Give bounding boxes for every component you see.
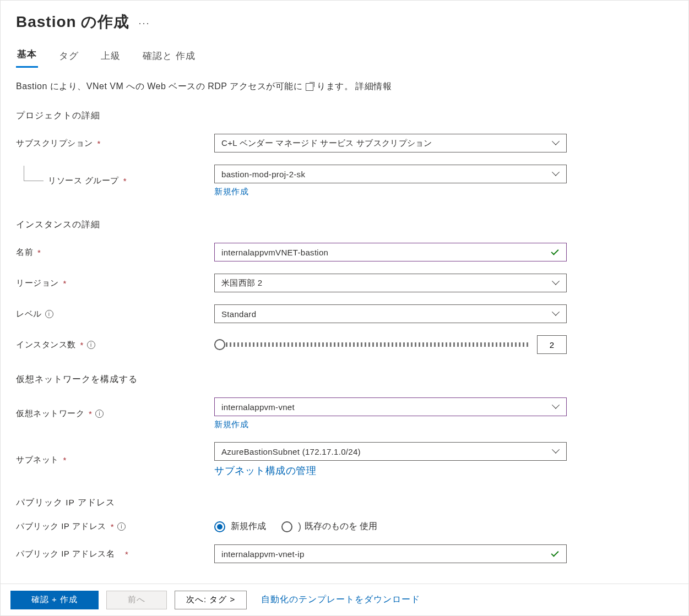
tab-review-suffix: 作成 [176,51,196,61]
previous-button: 前へ [106,591,167,609]
label-instance-count: インスタンス数 * i [16,340,214,350]
resource-group-value: bastion-mod-proj-2-sk [221,170,305,179]
required-icon: * [123,176,127,186]
footer-bar: 確認 + 作成 前へ 次へ: タグ > 自動化のテンプレートをダウンロード [1,584,688,615]
tier-select[interactable]: Standard [214,304,567,323]
label-public-ip: パブリック IP アドレス * i [16,521,214,532]
label-subscription-text: サブスクリプション [16,138,93,149]
required-icon: * [80,340,84,350]
vnet-value: internalappvm-vnet [221,402,295,412]
label-region: リージョン* [16,278,214,288]
intro-after: ります。 [317,81,353,92]
public-ip-name-input[interactable]: internalappvm-vnet-ip [214,544,567,563]
public-ip-name-value: internalappvm-vnet-ip [221,549,305,559]
region-value: 米国西部 2 [221,278,262,288]
next-button[interactable]: 次へ: タグ > [175,591,247,609]
instance-count-input[interactable] [537,335,567,354]
label-public-ip-name: パブリック IP アドレス名 * [16,549,214,559]
chevron-down-icon [553,402,560,409]
section-instance-details: インスタンスの詳細 [16,219,673,231]
learn-more-link[interactable]: 詳細情報 [355,81,392,92]
label-region-text: リージョン [16,278,59,288]
slider-thumb[interactable] [214,339,225,350]
region-select[interactable]: 米国西部 2 [214,274,567,292]
label-instance-count-text: インスタンス数 [16,340,76,350]
radio-new-label: 新規作成 [231,521,266,532]
public-ip-radio-group: 新規作成 ) 既存のものを 使用 [214,521,567,532]
tab-bar: 基本 タグ 上級 確認と 作成 [16,48,673,68]
tab-advanced[interactable]: 上級 [100,50,122,68]
label-name: 名前 * [16,247,214,258]
instance-count-slider[interactable] [214,342,529,347]
label-vnet: 仮想ネットワーク * i [16,408,214,419]
label-tier: レベル i [16,309,214,319]
intro-text: Bastion により、VNet VM への Web ベースの RDP アクセス… [16,81,392,92]
required-icon: * [97,139,101,148]
radio-create-new[interactable]: 新規作成 [214,521,266,532]
subnet-select[interactable]: AzureBastionSubnet (172.17.1.0/24) [214,442,567,461]
manage-subnet-link[interactable]: サブネット構成の管理 [214,464,316,477]
resource-group-select[interactable]: bastion-mod-proj-2-sk [214,165,567,183]
radio-existing-label: 既存のものを 使用 [305,521,377,532]
check-icon [551,248,560,257]
check-icon [551,549,560,558]
tab-basics[interactable]: 基本 [16,48,38,68]
name-value: internalappvmVNET-bastion [221,248,328,257]
subscription-select[interactable]: C+L ベンダー マネージド サービス サブスクリプション [214,134,567,152]
label-subscription: サブスクリプション* [16,138,214,149]
create-new-rg-link[interactable]: 新規作成 [214,187,248,197]
indent-line-icon [24,166,44,181]
label-resource-group: リソース グループ * [16,176,214,186]
review-create-button[interactable]: 確認 + 作成 [10,591,99,609]
info-icon[interactable]: i [45,310,53,318]
tab-review-prefix: 確認と [143,51,172,61]
tier-value: Standard [221,309,256,319]
label-name-text: 名前 [16,247,33,258]
info-icon[interactable]: i [95,410,104,418]
radio-checked-icon [214,521,225,532]
page-title: Bastion の作成 [16,12,129,32]
label-public-ip-name-text: パブリック IP アドレス名 [16,549,115,559]
required-icon: * [63,279,67,288]
subscription-value: C+L ベンダー マネージド サービス サブスクリプション [221,138,432,149]
required-icon: * [89,409,92,418]
chevron-down-icon [553,447,560,454]
intro-before: Bastion により、VNet VM への Web ベースの RDP アクセス… [16,81,302,92]
label-tier-text: レベル [16,309,42,319]
tab-review[interactable]: 確認と 作成 [142,50,197,68]
label-subnet-text: サブネット [16,455,59,465]
paren-icon: ) [298,521,301,532]
chevron-down-icon [553,170,560,176]
label-subnet: サブネット * [16,455,214,465]
info-icon[interactable]: i [87,341,95,349]
label-vnet-text: 仮想ネットワーク [16,408,84,419]
section-project-details: プロジェクトの詳細 [16,110,673,122]
label-resource-group-text: リソース グループ [48,176,119,186]
subnet-value: AzureBastionSubnet (172.17.1.0/24) [221,447,361,456]
required-icon: * [125,549,128,559]
tab-tags[interactable]: タグ [58,50,80,68]
radio-unchecked-icon [281,521,292,532]
more-menu-icon[interactable]: ··· [138,18,150,29]
chevron-down-icon [553,279,560,285]
download-template-link[interactable]: 自動化のテンプレートをダウンロード [261,594,420,606]
required-icon: * [37,248,41,257]
label-public-ip-text: パブリック IP アドレス [16,521,106,532]
section-public-ip: パブリック IP アドレス [16,497,673,509]
section-configure-vnet: 仮想ネットワークを構成する [16,374,673,385]
vnet-select[interactable]: internalappvm-vnet [214,397,567,416]
required-icon: * [63,455,67,465]
name-input[interactable]: internalappvmVNET-bastion [214,243,567,261]
create-new-vnet-link[interactable]: 新規作成 [214,419,248,430]
info-icon[interactable]: i [117,522,126,531]
chevron-down-icon [553,309,560,316]
external-link-icon [306,83,313,91]
radio-use-existing[interactable]: ) 既存のものを 使用 [281,521,377,532]
chevron-down-icon [553,139,560,145]
required-icon: * [111,522,114,531]
